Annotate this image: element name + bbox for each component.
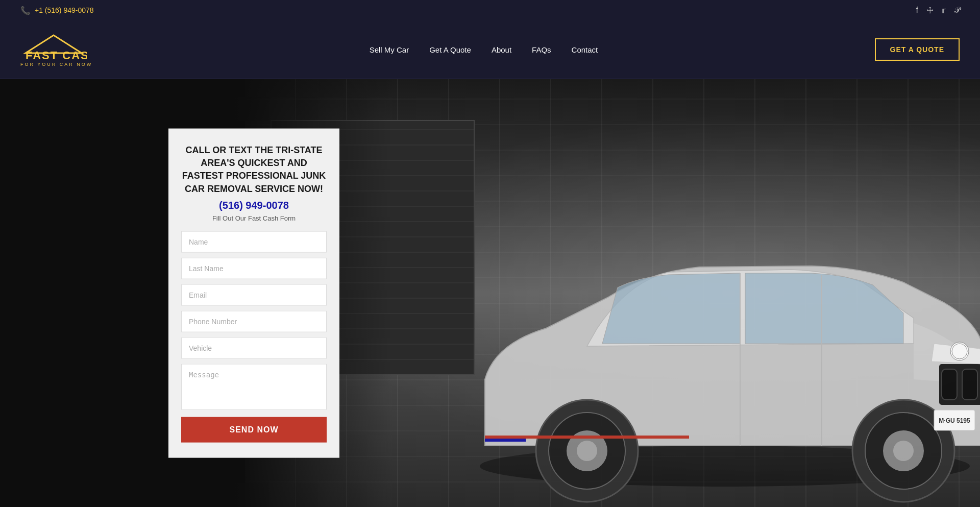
svg-point-15: [577, 441, 597, 461]
pinterest-icon[interactable]: 𝒫: [954, 6, 960, 15]
svg-rect-21: [485, 439, 526, 442]
svg-rect-20: [485, 436, 689, 439]
nav-get-a-quote[interactable]: Get A Quote: [429, 45, 471, 54]
top-bar: 📞 +1 (516) 949-0078 f ☩ 𝕣 𝒫: [0, 0, 980, 20]
svg-rect-5: [962, 369, 977, 400]
top-bar-phone[interactable]: +1 (516) 949-0078: [35, 6, 94, 14]
form-phone[interactable]: (516) 949-0078: [181, 199, 327, 211]
name-input[interactable]: [181, 231, 327, 252]
send-button[interactable]: Send Now: [181, 417, 327, 442]
contact-form: Send Now: [181, 231, 327, 442]
last-name-input[interactable]: [181, 257, 327, 279]
main-nav: Sell My Car Get A Quote About FAQs Conta…: [370, 45, 598, 54]
nav-sell-my-car[interactable]: Sell My Car: [370, 45, 409, 54]
svg-text:M·GU 5195: M·GU 5195: [939, 417, 970, 424]
logo[interactable]: FAST CASH FOR YOUR CAR NOW: [20, 33, 92, 67]
nav-contact[interactable]: Contact: [572, 45, 598, 54]
phone-icon: 📞: [20, 6, 31, 15]
logo-graphic: FAST CASH: [20, 33, 87, 61]
form-headline: CALL OR TEXT THE TRI-STATE AREA'S QUICKE…: [181, 144, 327, 196]
nav-faqs[interactable]: FAQs: [532, 45, 551, 54]
twitter-icon[interactable]: 𝕣: [942, 6, 946, 15]
car-image: M·GU 5195: [444, 150, 980, 507]
top-bar-left: 📞 +1 (516) 949-0078: [20, 6, 94, 15]
hero-section: M·GU 5195 CALL OR TEXT THE TRI-STATE ARE…: [0, 79, 980, 507]
phone-input[interactable]: [181, 310, 327, 332]
header: FAST CASH FOR YOUR CAR NOW Sell My Car G…: [0, 20, 980, 79]
form-panel: CALL OR TEXT THE TRI-STATE AREA'S QUICKE…: [168, 129, 339, 458]
svg-point-18: [950, 342, 969, 360]
vehicle-input[interactable]: [181, 337, 327, 358]
nav-about[interactable]: About: [492, 45, 511, 54]
svg-text:FAST CASH: FAST CASH: [26, 49, 87, 61]
svg-rect-4: [942, 369, 957, 400]
svg-point-11: [893, 441, 914, 461]
top-bar-social: f ☩ 𝕣 𝒫: [916, 6, 960, 15]
header-cta-button[interactable]: GET A QUOTE: [875, 38, 960, 61]
facebook-icon[interactable]: f: [916, 6, 918, 15]
instagram-icon[interactable]: ☩: [926, 6, 934, 15]
email-input[interactable]: [181, 284, 327, 305]
logo-subtext: FOR YOUR CAR NOW: [20, 62, 92, 67]
form-subtext: Fill Out Our Fast Cash Form: [181, 214, 327, 222]
message-input[interactable]: [181, 364, 327, 409]
